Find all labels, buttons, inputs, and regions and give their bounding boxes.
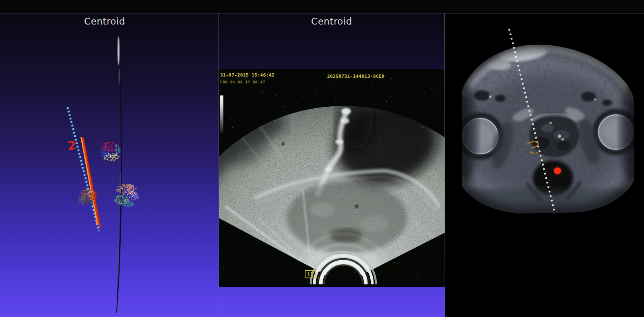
panel-divider-left	[219, 13, 219, 317]
us-datetime: 31-07-2025 15:46:42	[220, 73, 275, 78]
needle	[81, 137, 101, 229]
point-cloud-cluster-right	[114, 184, 139, 207]
prostate-region	[529, 113, 579, 157]
probe-marker-dot	[318, 278, 319, 279]
top-bar	[0, 0, 644, 14]
target-dot	[553, 166, 562, 175]
panel-divider-right	[444, 13, 445, 317]
mri-image	[445, 0, 644, 317]
medical-navigation-app: Centroid	[0, 0, 644, 317]
needle-number-label: 2	[67, 138, 77, 153]
trajectory-dotted-line	[68, 107, 99, 231]
probe-marker: 11	[305, 270, 316, 278]
us-params: F98.9% 88 17 D8.47	[220, 80, 265, 84]
ultrasound-image	[219, 69, 445, 287]
3d-scene[interactable]: 2	[0, 13, 219, 317]
grayscale-bar	[220, 95, 223, 133]
ultrasound-video[interactable]: 31-07-2025 15:46:42 20250731-144013-8CE0…	[219, 69, 445, 287]
probe-interface-ring	[219, 252, 445, 287]
viewport-3d[interactable]: Centroid	[0, 13, 219, 317]
point-cloud-cluster-upper	[101, 141, 121, 161]
image-plane-slice	[116, 24, 122, 313]
us-separator-line	[219, 86, 445, 86]
us-study-id: 20250731-144013-8CE0	[327, 74, 384, 79]
viewport-3d-title: Centroid	[84, 16, 125, 27]
viewport-mri[interactable]	[445, 0, 644, 317]
viewport-ultrasound-title: Centroid	[311, 16, 352, 27]
viewport-ultrasound[interactable]: Centroid	[219, 13, 445, 317]
